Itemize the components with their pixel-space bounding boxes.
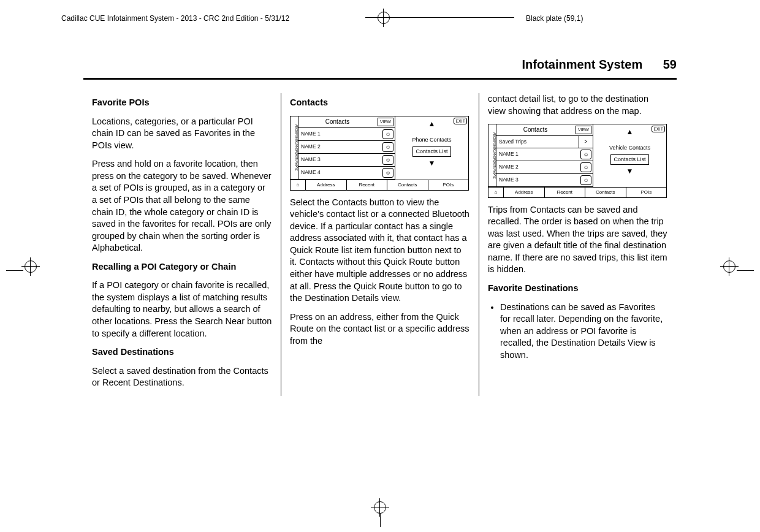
- contact-icon: ☺: [580, 175, 591, 185]
- para: Press and hold on a favorite location, t…: [92, 158, 272, 254]
- tab: Contacts: [585, 188, 626, 197]
- down-arrow-icon: ▼: [398, 159, 466, 167]
- tab: POIs: [428, 180, 469, 190]
- registration-mark-bottom: [374, 501, 386, 527]
- tab: POIs: [626, 188, 667, 197]
- registration-mark-right: [723, 260, 755, 276]
- para: Press on an address, either from the Qui…: [290, 311, 470, 348]
- alpha-index: ABCDEFGHIJKLMNOPQRSTUVWXYZ: [488, 124, 496, 186]
- para: Select a saved destination from the Cont…: [92, 365, 272, 389]
- list-item: NAME 3: [298, 154, 381, 166]
- tab: Recent: [544, 188, 585, 197]
- tab: Address: [503, 188, 544, 197]
- heading-contacts: Contacts: [290, 97, 470, 109]
- section-title: Infotainment System: [522, 58, 642, 71]
- home-icon: ⌂: [291, 180, 305, 190]
- tab: Recent: [346, 180, 387, 190]
- para: If a POI category or chain favorite is r…: [92, 279, 272, 340]
- exit-button: EXIT: [652, 126, 665, 132]
- right-label: Phone Contacts: [398, 137, 466, 143]
- down-arrow-icon: ▼: [596, 167, 664, 175]
- column-3: contact detail list, to go to the destin…: [479, 93, 677, 396]
- panel-title: Contacts: [496, 124, 574, 135]
- contact-icon: ☺: [382, 168, 393, 178]
- list-item: NAME 2: [496, 161, 579, 173]
- print-header-left: Cadillac CUE Infotainment System - 2013 …: [61, 13, 289, 23]
- list-item: NAME 4: [298, 167, 381, 179]
- tab: Address: [305, 180, 346, 190]
- contact-icon: ☺: [382, 142, 393, 152]
- list-item: Destinations can be saved as Favorites f…: [500, 302, 668, 362]
- view-button: VIEW: [378, 118, 393, 126]
- list-item: NAME 1: [298, 128, 381, 140]
- contact-icon: ☺: [580, 162, 591, 172]
- page-body: Infotainment System 59 Favorite POIs Loc…: [83, 56, 677, 396]
- heading-saved-destinations: Saved Destinations: [92, 346, 272, 359]
- list-item: NAME 2: [298, 141, 381, 153]
- screenshot-phone-contacts: ABCDEFGHIJKLMNOPQRSTUVWXYZ Contacts VIEW…: [290, 116, 469, 191]
- para: Trips from Contacts can be saved and rec…: [488, 204, 668, 276]
- right-label: Vehicle Contacts: [596, 145, 664, 151]
- column-2: Contacts ABCDEFGHIJKLMNOPQRSTUVWXYZ Cont…: [281, 93, 479, 396]
- panel-title: Contacts: [298, 116, 376, 127]
- contact-icon: ☺: [580, 150, 591, 159]
- screenshot-vehicle-contacts: ABCDEFGHIJKLMNOPQRSTUVWXYZ Contacts VIEW…: [488, 124, 667, 198]
- para: Locations, categories, or a particular P…: [92, 116, 272, 152]
- home-icon: ⌂: [488, 188, 503, 197]
- list-item: NAME 1: [496, 148, 579, 161]
- list-item-saved-trips: Saved Trips: [496, 136, 579, 148]
- registration-mark-icon: [378, 12, 390, 24]
- contact-icon: ☺: [382, 155, 393, 165]
- contacts-list-box: Contacts List: [610, 154, 648, 165]
- para: Select the Contacts button to view the v…: [290, 197, 470, 305]
- contact-icon: ☺: [382, 129, 393, 139]
- heading-favorite-destinations: Favorite Destinations: [488, 283, 668, 295]
- page-number: 59: [663, 58, 677, 71]
- heading-recalling-poi: Recalling a POI Category or Chain: [92, 261, 272, 273]
- list-item: NAME 3: [496, 174, 579, 186]
- chevron-right-icon: >: [579, 136, 593, 148]
- tab: Contacts: [387, 180, 428, 190]
- registration-mark-left: [5, 260, 37, 276]
- para: contact detail list, to go to the destin…: [488, 93, 668, 117]
- view-button: VIEW: [576, 126, 591, 134]
- alpha-index: ABCDEFGHIJKLMNOPQRSTUVWXYZ: [291, 116, 298, 179]
- exit-button: EXIT: [454, 118, 467, 124]
- heading-favorite-pois: Favorite POIs: [92, 97, 272, 109]
- print-header-right: Black plate (59,1): [526, 13, 583, 23]
- column-1: Favorite POIs Locations, categories, or …: [83, 93, 281, 396]
- running-head: Infotainment System 59: [83, 56, 677, 80]
- contacts-list-box: Contacts List: [412, 146, 450, 157]
